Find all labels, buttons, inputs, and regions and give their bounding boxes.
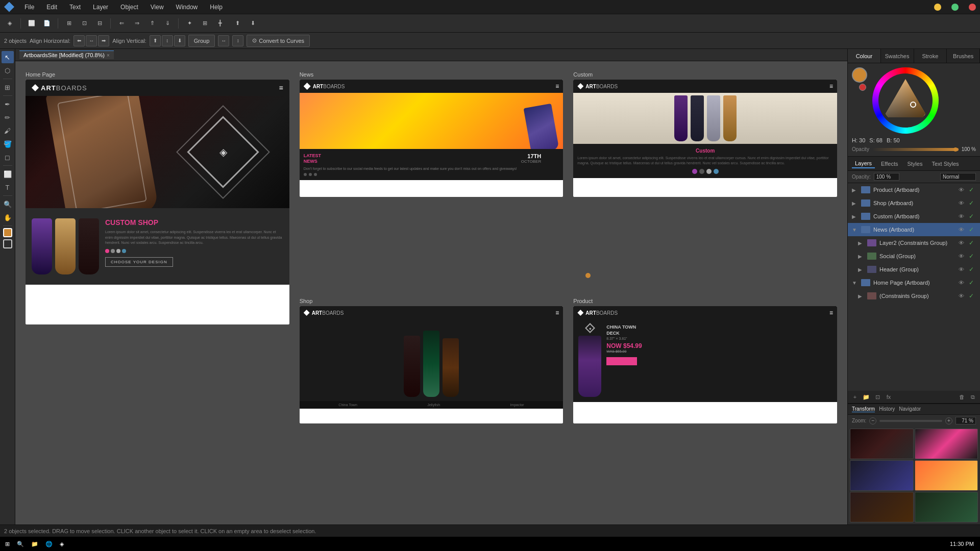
layer-constraints-group[interactable]: ▶ (Constraints Group) 👁 ✓ [848,289,980,303]
shop-artboard[interactable]: ARTBOARDS ≡ China Town Jellyfish [300,306,564,423]
export-btn[interactable]: ⬆ [231,17,244,30]
tool-select[interactable]: ↖ [2,51,14,63]
color-triangle-container[interactable] [881,77,929,124]
dot-blue[interactable] [122,249,126,253]
view-btn2[interactable]: ⊡ [78,17,91,30]
layer-eye-icon-shop[interactable]: 👁 [959,200,966,206]
tab-layers[interactable]: Layers [852,159,875,168]
tab-navigator[interactable]: Navigator [899,406,921,412]
align-left-btn[interactable]: ⬅ [74,35,85,46]
menu-layer[interactable]: Layer [91,3,110,12]
tab-swatches[interactable]: Swatches [881,49,914,63]
layer-expand-icon[interactable]: ▶ [852,187,858,193]
tool-shape[interactable]: ⬜ [2,168,14,180]
close-button[interactable] [969,4,976,11]
guide-btn[interactable]: ╋ [213,17,227,30]
dot-silver[interactable] [116,249,120,253]
menu-edit[interactable]: Edit [44,3,59,12]
custom-swatch-1[interactable] [692,169,697,174]
custom-swatch-2[interactable] [699,169,704,174]
opacity-slider[interactable] [872,148,959,151]
tool-crop[interactable]: ⊞ [2,81,14,93]
stroke-color-swatch[interactable] [3,239,12,248]
tab-stroke[interactable]: Stroke [914,49,947,63]
align-center-h-btn[interactable]: ↔ [86,35,97,46]
layer-expand-icon-custom[interactable]: ▶ [852,214,858,219]
layer-expand-icon-news[interactable]: ▼ [852,227,858,233]
layer-group-icon[interactable]: ⊡ [872,392,883,402]
tab-brushes[interactable]: Brushes [947,49,980,63]
thumbnail-1[interactable] [850,429,914,459]
product-artboard[interactable]: ARTBOARDS ≡ ◆ C [573,306,837,423]
menu-file[interactable]: File [22,3,36,12]
tab-close-icon[interactable]: × [107,53,110,58]
tab-text-styles[interactable]: Text Styles [928,160,962,168]
tool-pen[interactable]: ✒ [2,98,14,110]
dot-pink[interactable] [105,249,109,253]
layer-expand-icon-cg[interactable]: ▶ [858,293,864,299]
thumbnail-4[interactable] [915,460,978,491]
custom-swatch-4[interactable] [714,169,719,174]
layer-shop[interactable]: ▶ Shop (Artboard) 👁 ✓ [848,196,980,210]
align-btn4[interactable]: ⇓ [161,17,174,30]
layer-fx-icon[interactable]: fx [884,392,894,402]
layer-social[interactable]: ▶ Social (Group) 👁 ✓ [848,249,980,263]
layer-eye-icon-social[interactable]: 👁 [959,253,966,259]
menu-help[interactable]: Help [208,3,225,12]
layer-homepage[interactable]: ▼ Home Page (Artboard) 👁 ✓ [848,276,980,289]
view-btn[interactable]: ⊞ [62,17,76,30]
flip-h-btn[interactable]: ↔ [218,35,229,46]
zoom-plus-btn[interactable]: + [945,417,952,424]
zoom-minus-btn[interactable]: − [869,417,876,424]
layer-eye-icon-homepage[interactable]: 👁 [959,280,966,286]
fill-color-swatch[interactable] [3,228,12,237]
persona-btn[interactable]: ◈ [3,17,16,30]
task-explorer[interactable]: 📁 [28,538,41,550]
layer-expand-icon-shop[interactable]: ▶ [852,201,858,206]
tool-zoom[interactable]: 🔍 [2,198,14,210]
layer-eye-icon-header[interactable]: 👁 [959,266,966,272]
tool-pencil[interactable]: ✏ [2,111,14,123]
align-bottom-btn[interactable]: ⬇ [174,35,185,46]
view-btn3[interactable]: ⊟ [93,17,106,30]
align-top-btn[interactable]: ⬆ [150,35,161,46]
tab-colour[interactable]: Colour [848,49,881,63]
align-btn3[interactable]: ⇑ [145,17,159,30]
home-hamburger-icon[interactable]: ≡ [279,84,283,92]
layer-eye-icon-cg[interactable]: 👁 [959,293,966,299]
thumbnail-5[interactable] [850,492,914,522]
align-btn1[interactable]: ⇐ [115,17,128,30]
menu-object[interactable]: Object [118,3,140,12]
layer-eye-icon-news[interactable]: 👁 [959,227,966,233]
layer-custom[interactable]: ▶ Custom (Artboard) 👁 ✓ [848,210,980,223]
canvas-viewport[interactable]: Home Page ARTBOARDS ≡ [15,61,847,524]
layer-header[interactable]: ▶ Header (Group) 👁 ✓ [848,263,980,276]
layer-eye-icon-product[interactable]: 👁 [959,187,966,193]
layer-blend-input[interactable] [940,173,976,181]
layer-eye-icon-layer2[interactable]: 👁 [959,240,966,246]
custom-swatch-3[interactable] [706,169,712,174]
task-affinity[interactable]: ◈ [57,538,67,550]
thumbnail-3[interactable] [850,460,914,491]
home-artboard[interactable]: ARTBOARDS ≡ [26,80,289,324]
task-search[interactable]: 🔍 [14,538,27,550]
import-btn[interactable]: ⬇ [246,17,259,30]
tool-eraser[interactable]: ◻ [2,151,14,163]
layer-copy-icon[interactable]: ⧉ [968,392,978,402]
menu-view[interactable]: View [149,3,166,12]
layer-expand-icon-header[interactable]: ▶ [858,267,864,272]
tab-effects[interactable]: Effects [878,160,901,168]
news-hamburger-icon[interactable]: ≡ [555,83,559,90]
thumbnail-6[interactable] [915,492,978,522]
zoom-slider-thumb[interactable] [585,273,591,278]
layer-expand-icon-homepage[interactable]: ▼ [852,280,858,286]
current-color-swatch[interactable] [852,67,867,83]
layer-product[interactable]: ▶ Product (Artboard) 👁 ✓ [848,183,980,196]
choose-design-button[interactable]: CHOOSE YOUR DESIGN [105,257,173,267]
layer-eye-icon-custom[interactable]: 👁 [959,213,966,219]
group-button[interactable]: Group [188,35,215,47]
layer-constraints[interactable]: ▶ Layer2 (Constraints Group) 👁 ✓ [848,236,980,249]
snap-btn[interactable]: ✦ [183,17,196,30]
layer-expand-icon-social[interactable]: ▶ [858,254,864,259]
minimize-button[interactable] [934,4,941,11]
